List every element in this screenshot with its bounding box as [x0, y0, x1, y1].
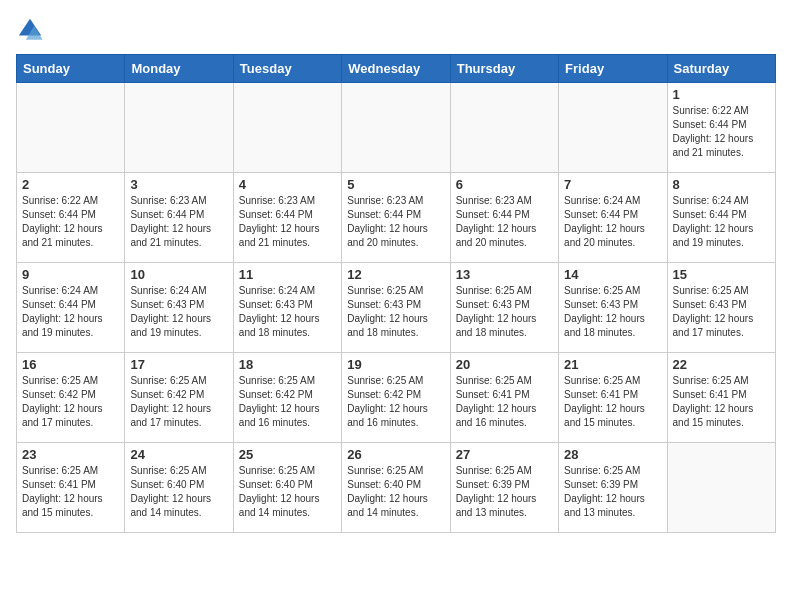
- calendar-cell: 10Sunrise: 6:24 AM Sunset: 6:43 PM Dayli…: [125, 263, 233, 353]
- day-info: Sunrise: 6:25 AM Sunset: 6:41 PM Dayligh…: [22, 464, 119, 520]
- day-number: 10: [130, 267, 227, 282]
- day-headers-row: SundayMondayTuesdayWednesdayThursdayFrid…: [17, 55, 776, 83]
- calendar-cell: [17, 83, 125, 173]
- day-number: 13: [456, 267, 553, 282]
- day-number: 17: [130, 357, 227, 372]
- calendar-cell: 17Sunrise: 6:25 AM Sunset: 6:42 PM Dayli…: [125, 353, 233, 443]
- calendar-cell: 27Sunrise: 6:25 AM Sunset: 6:39 PM Dayli…: [450, 443, 558, 533]
- day-number: 16: [22, 357, 119, 372]
- day-number: 18: [239, 357, 336, 372]
- logo-icon: [16, 16, 44, 44]
- calendar-cell: 1Sunrise: 6:22 AM Sunset: 6:44 PM Daylig…: [667, 83, 775, 173]
- day-number: 26: [347, 447, 444, 462]
- calendar-cell: 4Sunrise: 6:23 AM Sunset: 6:44 PM Daylig…: [233, 173, 341, 263]
- calendar-cell: 21Sunrise: 6:25 AM Sunset: 6:41 PM Dayli…: [559, 353, 667, 443]
- day-info: Sunrise: 6:25 AM Sunset: 6:43 PM Dayligh…: [456, 284, 553, 340]
- calendar-cell: 20Sunrise: 6:25 AM Sunset: 6:41 PM Dayli…: [450, 353, 558, 443]
- calendar-cell: 2Sunrise: 6:22 AM Sunset: 6:44 PM Daylig…: [17, 173, 125, 263]
- day-info: Sunrise: 6:24 AM Sunset: 6:43 PM Dayligh…: [130, 284, 227, 340]
- day-number: 24: [130, 447, 227, 462]
- day-info: Sunrise: 6:25 AM Sunset: 6:40 PM Dayligh…: [130, 464, 227, 520]
- day-info: Sunrise: 6:23 AM Sunset: 6:44 PM Dayligh…: [130, 194, 227, 250]
- day-number: 7: [564, 177, 661, 192]
- day-number: 15: [673, 267, 770, 282]
- calendar-cell: [125, 83, 233, 173]
- calendar-cell: 3Sunrise: 6:23 AM Sunset: 6:44 PM Daylig…: [125, 173, 233, 263]
- header: [16, 16, 776, 44]
- day-info: Sunrise: 6:25 AM Sunset: 6:40 PM Dayligh…: [239, 464, 336, 520]
- calendar-header: SundayMondayTuesdayWednesdayThursdayFrid…: [17, 55, 776, 83]
- day-number: 12: [347, 267, 444, 282]
- day-info: Sunrise: 6:25 AM Sunset: 6:42 PM Dayligh…: [239, 374, 336, 430]
- day-header-thursday: Thursday: [450, 55, 558, 83]
- calendar-cell: 18Sunrise: 6:25 AM Sunset: 6:42 PM Dayli…: [233, 353, 341, 443]
- week-row-2: 9Sunrise: 6:24 AM Sunset: 6:44 PM Daylig…: [17, 263, 776, 353]
- day-info: Sunrise: 6:22 AM Sunset: 6:44 PM Dayligh…: [673, 104, 770, 160]
- logo: [16, 16, 48, 44]
- calendar-cell: 12Sunrise: 6:25 AM Sunset: 6:43 PM Dayli…: [342, 263, 450, 353]
- day-info: Sunrise: 6:23 AM Sunset: 6:44 PM Dayligh…: [456, 194, 553, 250]
- day-info: Sunrise: 6:25 AM Sunset: 6:43 PM Dayligh…: [673, 284, 770, 340]
- calendar-cell: 25Sunrise: 6:25 AM Sunset: 6:40 PM Dayli…: [233, 443, 341, 533]
- day-info: Sunrise: 6:25 AM Sunset: 6:42 PM Dayligh…: [22, 374, 119, 430]
- day-number: 25: [239, 447, 336, 462]
- day-header-sunday: Sunday: [17, 55, 125, 83]
- calendar-cell: 8Sunrise: 6:24 AM Sunset: 6:44 PM Daylig…: [667, 173, 775, 263]
- day-info: Sunrise: 6:23 AM Sunset: 6:44 PM Dayligh…: [239, 194, 336, 250]
- calendar-cell: 14Sunrise: 6:25 AM Sunset: 6:43 PM Dayli…: [559, 263, 667, 353]
- day-number: 22: [673, 357, 770, 372]
- calendar-cell: [342, 83, 450, 173]
- day-info: Sunrise: 6:25 AM Sunset: 6:41 PM Dayligh…: [673, 374, 770, 430]
- calendar-cell: 28Sunrise: 6:25 AM Sunset: 6:39 PM Dayli…: [559, 443, 667, 533]
- day-header-friday: Friday: [559, 55, 667, 83]
- calendar-cell: 23Sunrise: 6:25 AM Sunset: 6:41 PM Dayli…: [17, 443, 125, 533]
- calendar-cell: 9Sunrise: 6:24 AM Sunset: 6:44 PM Daylig…: [17, 263, 125, 353]
- calendar-cell: 16Sunrise: 6:25 AM Sunset: 6:42 PM Dayli…: [17, 353, 125, 443]
- day-info: Sunrise: 6:25 AM Sunset: 6:41 PM Dayligh…: [456, 374, 553, 430]
- day-number: 3: [130, 177, 227, 192]
- calendar-cell: 26Sunrise: 6:25 AM Sunset: 6:40 PM Dayli…: [342, 443, 450, 533]
- week-row-4: 23Sunrise: 6:25 AM Sunset: 6:41 PM Dayli…: [17, 443, 776, 533]
- day-info: Sunrise: 6:24 AM Sunset: 6:44 PM Dayligh…: [564, 194, 661, 250]
- week-row-3: 16Sunrise: 6:25 AM Sunset: 6:42 PM Dayli…: [17, 353, 776, 443]
- day-info: Sunrise: 6:25 AM Sunset: 6:42 PM Dayligh…: [347, 374, 444, 430]
- day-number: 20: [456, 357, 553, 372]
- day-number: 23: [22, 447, 119, 462]
- calendar-cell: [667, 443, 775, 533]
- day-info: Sunrise: 6:25 AM Sunset: 6:42 PM Dayligh…: [130, 374, 227, 430]
- calendar-cell: 15Sunrise: 6:25 AM Sunset: 6:43 PM Dayli…: [667, 263, 775, 353]
- day-header-monday: Monday: [125, 55, 233, 83]
- day-number: 14: [564, 267, 661, 282]
- day-info: Sunrise: 6:25 AM Sunset: 6:40 PM Dayligh…: [347, 464, 444, 520]
- calendar-cell: 11Sunrise: 6:24 AM Sunset: 6:43 PM Dayli…: [233, 263, 341, 353]
- day-info: Sunrise: 6:25 AM Sunset: 6:39 PM Dayligh…: [456, 464, 553, 520]
- day-number: 9: [22, 267, 119, 282]
- day-number: 11: [239, 267, 336, 282]
- day-info: Sunrise: 6:24 AM Sunset: 6:43 PM Dayligh…: [239, 284, 336, 340]
- day-info: Sunrise: 6:24 AM Sunset: 6:44 PM Dayligh…: [22, 284, 119, 340]
- day-number: 21: [564, 357, 661, 372]
- day-info: Sunrise: 6:23 AM Sunset: 6:44 PM Dayligh…: [347, 194, 444, 250]
- day-info: Sunrise: 6:24 AM Sunset: 6:44 PM Dayligh…: [673, 194, 770, 250]
- day-info: Sunrise: 6:22 AM Sunset: 6:44 PM Dayligh…: [22, 194, 119, 250]
- calendar-cell: 13Sunrise: 6:25 AM Sunset: 6:43 PM Dayli…: [450, 263, 558, 353]
- calendar: SundayMondayTuesdayWednesdayThursdayFrid…: [16, 54, 776, 533]
- calendar-cell: 19Sunrise: 6:25 AM Sunset: 6:42 PM Dayli…: [342, 353, 450, 443]
- day-header-wednesday: Wednesday: [342, 55, 450, 83]
- week-row-0: 1Sunrise: 6:22 AM Sunset: 6:44 PM Daylig…: [17, 83, 776, 173]
- day-number: 5: [347, 177, 444, 192]
- calendar-cell: [233, 83, 341, 173]
- calendar-cell: 22Sunrise: 6:25 AM Sunset: 6:41 PM Dayli…: [667, 353, 775, 443]
- day-number: 19: [347, 357, 444, 372]
- week-row-1: 2Sunrise: 6:22 AM Sunset: 6:44 PM Daylig…: [17, 173, 776, 263]
- calendar-cell: 7Sunrise: 6:24 AM Sunset: 6:44 PM Daylig…: [559, 173, 667, 263]
- day-number: 4: [239, 177, 336, 192]
- day-number: 27: [456, 447, 553, 462]
- day-number: 2: [22, 177, 119, 192]
- day-info: Sunrise: 6:25 AM Sunset: 6:43 PM Dayligh…: [564, 284, 661, 340]
- calendar-cell: 24Sunrise: 6:25 AM Sunset: 6:40 PM Dayli…: [125, 443, 233, 533]
- day-number: 1: [673, 87, 770, 102]
- day-number: 6: [456, 177, 553, 192]
- calendar-cell: [450, 83, 558, 173]
- day-info: Sunrise: 6:25 AM Sunset: 6:43 PM Dayligh…: [347, 284, 444, 340]
